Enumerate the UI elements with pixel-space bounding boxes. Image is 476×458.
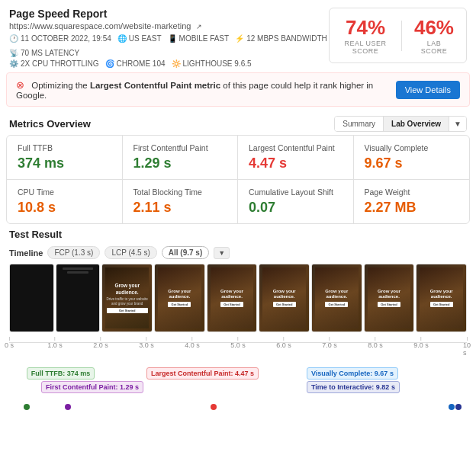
- tab-summary[interactable]: Summary: [335, 117, 384, 131]
- alert-icon: ⊗: [16, 79, 24, 91]
- frame-6-inner: Grow your audience. Get Started: [315, 267, 359, 328]
- metric-lcp-value: 4.47 s: [249, 155, 343, 171]
- meta-cpu: ⚙️ 2X CPU THROTTLING: [9, 59, 99, 68]
- frame-6: Grow your audience. Get Started: [311, 264, 362, 332]
- metric-cls: Cumulative Layout Shift 0.07: [238, 180, 354, 223]
- frame-1: [56, 264, 101, 332]
- page-header: Page Speed Report https://www.squarespac…: [0, 0, 476, 72]
- real-user-score: 74% REAL USER SCORE: [342, 16, 390, 55]
- test-result-section: Test Result Timeline FCP (1.3 s) LCP (4.…: [0, 224, 476, 416]
- ruler-tick-5: 5.0 s: [230, 337, 246, 349]
- chrome-icon: 🌀: [105, 59, 114, 68]
- markers-area: Full TTFB: 374 msFirst Contentful Paint:…: [9, 352, 467, 413]
- latency-icon: 📡: [9, 49, 18, 57]
- frame-3: Grow your audience. Get Started: [154, 264, 205, 332]
- mobile-icon: 📱: [168, 34, 177, 43]
- marker-dot-4: [455, 404, 462, 410]
- frame-6-text: Grow your audience. Get Started: [325, 289, 348, 308]
- real-user-score-label: REAL USER SCORE: [342, 40, 390, 55]
- tab-lab-overview[interactable]: Lab Overview: [384, 117, 449, 131]
- frame-0-inner: [10, 264, 53, 331]
- timeline-ruler: 0 s1.0 s2.0 s3.0 s4.0 s5.0 s6.0 s7.0 s8.…: [9, 337, 467, 351]
- frame-8-text: Grow your audience. Get Started: [430, 289, 453, 308]
- metrics-grid: Full TTFB 374 ms First Contentful Paint …: [6, 135, 470, 224]
- timeline-dropdown-button[interactable]: ▼: [214, 247, 230, 259]
- marker-dot-0: [24, 404, 30, 410]
- marker-label-0: Full TTFB: 374 ms: [27, 367, 95, 380]
- meta-lighthouse: 🔆 LIGHTHOUSE 9.6.5: [172, 59, 252, 68]
- lab-score-value: 46%: [414, 16, 454, 40]
- frame-7: Grow your audience. Get Started: [364, 264, 415, 332]
- metric-full-ttfb-label: Full TTFB: [18, 143, 111, 152]
- metric-fcp-value: 1.29 s: [133, 155, 227, 171]
- meta-row-2: ⚙️ 2X CPU THROTTLING 🌀 CHROME 104 🔆 LIGH…: [9, 59, 329, 68]
- metric-cls-value: 0.07: [249, 200, 343, 216]
- page-title: Page Speed Report: [9, 8, 329, 20]
- marker-label-3: Visually Complete: 9.67 s: [307, 367, 398, 380]
- frame-3-inner: Grow your audience. Get Started: [158, 267, 201, 328]
- meta-region: 🌐 US EAST: [117, 34, 162, 43]
- meta-date: 🕐 11 OCTOBER 2022, 19:54: [9, 34, 111, 43]
- frame-5-text: Grow your audience. Get Started: [273, 289, 296, 308]
- timeline-pill-all[interactable]: All (9.7 s): [162, 246, 209, 259]
- metric-cpu-value: 10.8 s: [18, 200, 111, 216]
- meta-row: 🕐 11 OCTOBER 2022, 19:54 🌐 US EAST 📱 MOB…: [9, 34, 329, 57]
- frame-2: Grow your audience. Drive traffic to you…: [101, 264, 153, 332]
- frame-2-inner: Grow your audience. Drive traffic to you…: [105, 267, 149, 328]
- lab-score-label: LAB SCORE: [414, 40, 454, 55]
- timeline-label: Timeline: [9, 248, 43, 258]
- scores-box: 74% REAL USER SCORE 46% LAB SCORE: [329, 8, 467, 63]
- metric-fcp-label: First Contentful Paint: [133, 143, 227, 152]
- frame-2-text: Grow your audience. Drive traffic to you…: [107, 283, 148, 313]
- ruler-tick-8: 8.0 s: [368, 337, 383, 349]
- metrics-section-header: Metrics Overview Summary Lab Overview ▼: [0, 111, 476, 135]
- metric-tbt-value: 2.11 s: [133, 200, 227, 216]
- metric-pw-label: Page Weight: [365, 187, 459, 197]
- ruler-tick-6: 6.0 s: [276, 337, 291, 349]
- metric-page-weight: Page Weight 2.27 MB: [354, 180, 470, 223]
- metric-cpu-label: CPU Time: [18, 187, 111, 197]
- metric-full-ttfb-value: 374 ms: [18, 155, 111, 171]
- ruler-tick-2: 2.0 s: [93, 337, 108, 349]
- metric-vc-value: 9.67 s: [365, 155, 459, 171]
- marker-dot-1: [65, 404, 71, 410]
- ruler-tick-4: 4.0 s: [185, 337, 200, 349]
- frame-5: Grow your audience. Get Started: [259, 264, 310, 332]
- ruler-tick-1: 1.0 s: [47, 337, 63, 349]
- frame-4-text: Grow your audience. Get Started: [220, 289, 243, 308]
- frame-7-text: Grow your audience. Get Started: [378, 289, 400, 308]
- alert-text: ⊗ Optimizing the Largest Contentful Pain…: [16, 79, 387, 100]
- metric-fcp: First Contentful Paint 1.29 s: [123, 136, 239, 180]
- cpu-icon: ⚙️: [9, 59, 18, 68]
- frame-7-inner: Grow your audience. Get Started: [368, 267, 411, 328]
- metric-tbt: Total Blocking Time 2.11 s: [123, 180, 239, 223]
- bandwidth-icon: ⚡: [235, 34, 244, 43]
- ruler-tick-3: 3.0 s: [139, 337, 154, 349]
- lighthouse-icon: 🔆: [172, 59, 181, 68]
- meta-latency: 📡 70 MS LATENCY: [9, 49, 79, 57]
- marker-label-2: Largest Contentful Paint: 4.47 s: [146, 367, 259, 380]
- metric-lcp-label: Largest Contentful Paint: [249, 143, 343, 152]
- metric-visually-complete: Visually Complete 9.67 s: [354, 136, 470, 180]
- timeline-pill-lcp[interactable]: LCP (4.5 s): [105, 246, 156, 259]
- view-details-button[interactable]: View Details: [396, 81, 460, 99]
- clock-icon: 🕐: [9, 34, 18, 43]
- ruler-tick-7: 7.0 s: [322, 337, 337, 349]
- frame-0: [9, 264, 54, 332]
- score-divider: [401, 21, 402, 51]
- frame-4-inner: Grow your audience. Get Started: [211, 267, 254, 328]
- timeline-frames: Grow your audience. Drive traffic to you…: [9, 264, 467, 332]
- meta-bandwidth: ⚡ 12 MBPS BANDWIDTH: [235, 34, 327, 43]
- real-user-score-value: 74%: [342, 16, 390, 40]
- url-link[interactable]: https://www.squarespace.com/website-mark…: [9, 21, 191, 30]
- metric-tbt-label: Total Blocking Time: [133, 187, 227, 197]
- frame-8-inner: Grow your audience. Get Started: [420, 267, 463, 328]
- test-result-title: Test Result: [9, 229, 467, 240]
- tab-dropdown-button[interactable]: ▼: [449, 117, 466, 131]
- timeline-pill-fcp[interactable]: FCP (1.3 s): [47, 246, 100, 259]
- metric-pw-value: 2.27 MB: [365, 200, 459, 216]
- metric-full-ttfb: Full TTFB 374 ms: [7, 136, 123, 180]
- frame-3-text: Grow your audience. Get Started: [168, 289, 191, 308]
- meta-device: 📱 MOBILE FAST: [168, 34, 230, 43]
- frame-4: Grow your audience. Get Started: [207, 264, 258, 332]
